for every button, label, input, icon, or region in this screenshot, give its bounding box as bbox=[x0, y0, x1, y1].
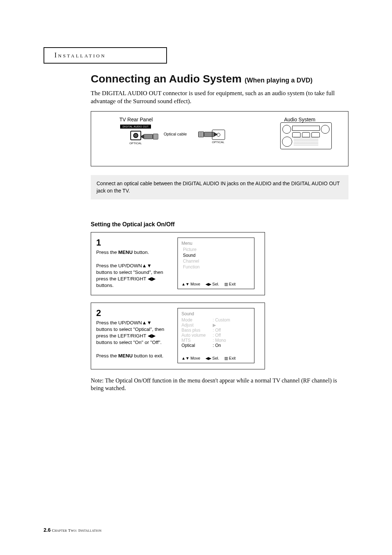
step-1-text: Press the MENU button. Press the UP/DOWN… bbox=[96, 249, 169, 289]
osd2-sel: ◀▶ Sel. bbox=[205, 356, 219, 361]
osd1-sel: ◀▶ Sel. bbox=[205, 282, 219, 287]
title-main: Connecting an Audio System bbox=[91, 73, 242, 85]
step-2-number: 2 bbox=[96, 308, 169, 318]
connection-diagram: TV Rear Panel Audio System Optical cable… bbox=[91, 111, 348, 166]
intro-text: The DIGITAL AUDIO OUT connector is used … bbox=[91, 89, 348, 105]
osd2-move: ▲▼ Move bbox=[181, 356, 200, 360]
audio-optical-port-icon bbox=[212, 130, 225, 140]
step2-exit: button to exit. bbox=[133, 353, 164, 358]
exit-icon: ▥ bbox=[224, 282, 228, 286]
osd2-title: Sound bbox=[181, 311, 250, 316]
step2-press: Press the bbox=[96, 353, 118, 358]
osd1-exit: ▥ Exit bbox=[224, 282, 236, 287]
osd2-row-optical: Optical: On bbox=[181, 343, 250, 348]
osd2-row-mode: Mode: Custom bbox=[181, 317, 250, 323]
step1-menu: MENU bbox=[118, 250, 133, 255]
tv-panel-label: TV Rear Panel bbox=[119, 117, 153, 122]
exit-icon: ▥ bbox=[224, 356, 228, 360]
audio-optical-label: OPTICAL bbox=[212, 141, 224, 144]
osd2-row-adjust: Adjust▶ bbox=[181, 323, 250, 328]
step-1: 1 Press the MENU button. Press the UP/DO… bbox=[91, 232, 265, 295]
osd1-item-sound: Sound bbox=[183, 253, 250, 258]
osd1-title: Menu bbox=[181, 241, 250, 246]
osd2-row-autovol: Auto volume: Off bbox=[181, 333, 250, 338]
osd2-row-mts: MTS: Mono bbox=[181, 338, 250, 343]
section-header: Installation bbox=[44, 47, 167, 64]
page-title: Connecting an Audio System (When playing… bbox=[91, 73, 348, 85]
step1-button: button. bbox=[133, 250, 149, 255]
subheading: Setting the Optical jack On/Off bbox=[91, 221, 348, 228]
step1-press: Press the bbox=[96, 250, 118, 255]
osd-menu-1: Menu Picture Sound Channel Function ▲▼ M… bbox=[177, 238, 254, 289]
footer-chapter: Chapter Two: Installation bbox=[52, 528, 102, 532]
note-text: Note: The Optical On/Off function in the… bbox=[91, 377, 348, 392]
page-footer: 2.6 Chapter Two: Installation bbox=[44, 527, 102, 533]
exit-text: Exit bbox=[228, 356, 236, 360]
osd1-item-picture: Picture bbox=[183, 247, 250, 252]
osd1-footer: ▲▼ Move ◀▶ Sel. ▥ Exit bbox=[178, 280, 254, 289]
audio-system-label: Audio System bbox=[284, 117, 315, 122]
osd2-exit: ▥ Exit bbox=[224, 356, 236, 361]
step-1-number: 1 bbox=[96, 238, 169, 248]
optical-cable-label: Optical cable bbox=[164, 132, 187, 136]
optical-label: OPTICAL bbox=[120, 142, 151, 145]
page-number: 2.6 bbox=[44, 527, 50, 533]
osd1-item-function: Function bbox=[183, 264, 250, 270]
step-2: 2 Press the UP/DOWN▲▼ buttons to select … bbox=[91, 303, 265, 369]
connection-instruction: Connect an optical cable between the DIG… bbox=[91, 175, 348, 199]
step-2-text: Press the UP/DOWN▲▼ buttons to select "O… bbox=[96, 320, 169, 359]
audio-system-icon bbox=[280, 122, 332, 149]
osd2-footer: ▲▼ Move ◀▶ Sel. ▥ Exit bbox=[178, 354, 254, 363]
exit-text: Exit bbox=[228, 282, 236, 286]
osd1-item-channel: Channel bbox=[183, 259, 250, 264]
osd-menu-2: Sound Mode: Custom Adjust▶ Bass plus: Of… bbox=[177, 308, 254, 363]
step2-menu: MENU bbox=[118, 353, 133, 358]
osd2-row-bassplus: Bass plus: Off bbox=[181, 328, 250, 333]
digital-audio-out-label: DIGITAL AUDIO OUT bbox=[120, 125, 151, 129]
section-header-text: Installation bbox=[54, 52, 106, 59]
cable-plug-left-icon bbox=[140, 134, 158, 139]
title-sub: (When playing a DVD) bbox=[245, 77, 313, 84]
step1-line2: Press the UP/DOWN▲▼ buttons to select "S… bbox=[96, 263, 163, 288]
optical-jack-icon bbox=[130, 131, 141, 140]
step2-line1: Press the UP/DOWN▲▼ buttons to select "O… bbox=[96, 320, 164, 345]
osd1-move: ▲▼ Move bbox=[181, 282, 200, 286]
